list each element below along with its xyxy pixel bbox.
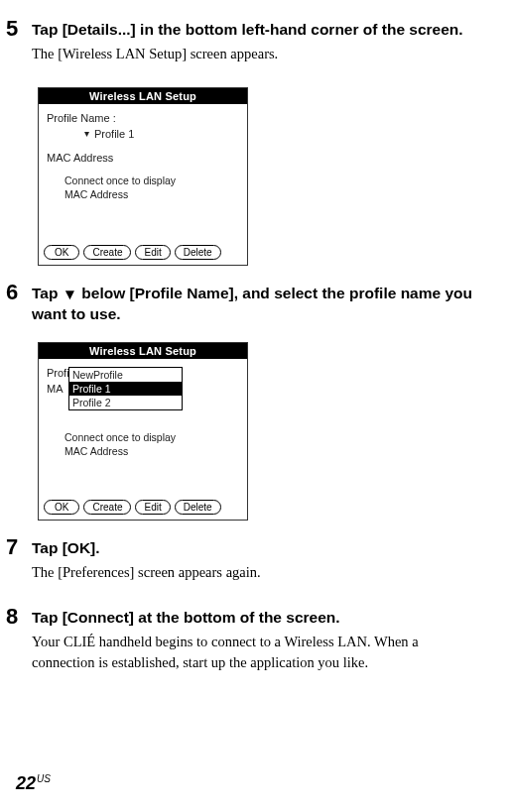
step-title-pre: Tap: [32, 285, 63, 301]
mac-prefix: MA: [47, 383, 68, 420]
page-num-suffix: US: [37, 773, 51, 784]
step-title: Tap ▼ below [Profile Name], and select t…: [32, 284, 482, 325]
ok-button[interactable]: OK: [44, 245, 79, 260]
chevron-down-icon[interactable]: ▾: [84, 129, 89, 139]
step-title: Tap [Details...] in the bottom left-hand…: [32, 20, 482, 41]
device-body: Profile Name : ▾ Profile 1 MAC Address C…: [39, 104, 247, 241]
step-number: 7: [6, 536, 32, 592]
device-screenshot-1: Wireless LAN Setup Profile Name : ▾ Prof…: [38, 87, 248, 266]
mac-address-label: MAC Address: [47, 152, 239, 164]
step-number: 6: [6, 282, 32, 328]
step-7: 7 Tap [OK]. The [Preferences] screen app…: [6, 536, 482, 592]
device-titlebar: Wireless LAN Setup: [39, 343, 247, 359]
edit-button[interactable]: Edit: [135, 500, 170, 515]
step-8: 8 Tap [Connect] at the bottom of the scr…: [6, 606, 482, 682]
create-button[interactable]: Create: [83, 500, 131, 515]
mac-address-hint: Connect once to display MAC Address: [64, 430, 239, 458]
step-5: 5 Tap [Details...] in the bottom left-ha…: [6, 18, 482, 73]
ok-button[interactable]: OK: [44, 500, 79, 515]
step-6: 6 Tap ▼ below [Profile Name], and select…: [6, 282, 482, 328]
device-body: Profile Name : MA NewProfile Profile 1 P…: [39, 359, 247, 496]
mac-hint-line2: MAC Address: [64, 444, 239, 458]
page-num-value: 22: [16, 773, 36, 793]
device-screenshot-2: Wireless LAN Setup Profile Name : MA New…: [38, 342, 248, 521]
step-title: Tap [OK].: [32, 538, 482, 559]
dropdown-option-profile2[interactable]: Profile 2: [69, 396, 182, 409]
mac-hint-line2: MAC Address: [64, 187, 239, 201]
profile-name-selector[interactable]: ▾ Profile 1: [84, 128, 239, 140]
step-body: The [Preferences] screen appears again.: [32, 562, 482, 582]
device-titlebar: Wireless LAN Setup: [39, 88, 247, 104]
mac-hint-line1: Connect once to display: [64, 174, 239, 187]
dropdown-option-newprofile[interactable]: NewProfile: [69, 368, 182, 382]
step-content: Tap [Connect] at the bottom of the scree…: [32, 606, 482, 682]
device-footer: OK Create Edit Delete: [39, 496, 247, 520]
edit-button[interactable]: Edit: [135, 245, 170, 260]
step-title: Tap [Connect] at the bottom of the scree…: [32, 608, 482, 629]
down-triangle-icon: ▼: [63, 285, 77, 305]
step-title-post: below [Profile Name], and select the pro…: [32, 285, 472, 322]
step-content: Tap [Details...] in the bottom left-hand…: [32, 18, 482, 73]
step-number: 5: [6, 18, 32, 73]
profile-name-value: Profile 1: [94, 128, 134, 140]
create-button[interactable]: Create: [83, 245, 131, 260]
step-content: Tap ▼ below [Profile Name], and select t…: [32, 282, 482, 328]
profile-dropdown[interactable]: NewProfile Profile 1 Profile 2: [68, 367, 183, 410]
delete-button[interactable]: Delete: [175, 500, 221, 515]
step-number: 8: [6, 606, 32, 682]
profile-name-label: Profile Name :: [47, 112, 239, 124]
dropdown-option-profile1[interactable]: Profile 1: [69, 382, 182, 396]
step-body: The [Wireless LAN Setup] screen appears.: [32, 44, 482, 63]
step-content: Tap [OK]. The [Preferences] screen appea…: [32, 536, 482, 592]
mac-address-hint: Connect once to display MAC Address: [64, 174, 239, 201]
step-body: Your CLIÉ handheld begins to connect to …: [32, 632, 482, 672]
mac-hint-line1: Connect once to display: [64, 430, 239, 444]
device-footer: OK Create Edit Delete: [39, 241, 247, 265]
page-number: 22US: [16, 773, 51, 794]
delete-button[interactable]: Delete: [175, 245, 221, 260]
